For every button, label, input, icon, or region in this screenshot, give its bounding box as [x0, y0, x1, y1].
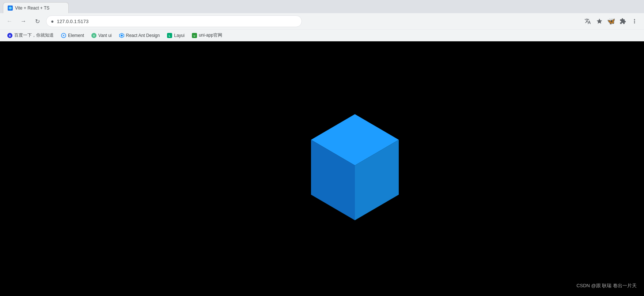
svg-text:B: B	[9, 34, 11, 37]
svg-marker-8	[121, 34, 123, 37]
bookmark-react-ant[interactable]: React Ant Design	[116, 31, 163, 40]
tab-favicon	[8, 5, 13, 11]
tab-bar: Vite + React + TS	[0, 0, 644, 13]
forward-button[interactable]: →	[18, 16, 29, 26]
bookmark-element[interactable]: Element	[58, 31, 87, 40]
cube-svg	[300, 107, 410, 231]
browser-chrome: Vite + React + TS ← → ↻ ● 127.0.0.1:5173…	[0, 0, 644, 41]
bookmark-uniapp[interactable]: U uni-app官网	[189, 31, 225, 40]
svg-marker-0	[9, 7, 12, 10]
active-tab[interactable]: Vite + React + TS	[3, 2, 69, 13]
url-bar[interactable]: ● 127.0.0.1:5173	[46, 15, 302, 27]
back-button[interactable]: ←	[4, 16, 15, 26]
cube-container	[300, 107, 410, 231]
security-icon: ●	[51, 18, 54, 24]
translate-button[interactable]	[583, 16, 593, 26]
address-bar: ← → ↻ ● 127.0.0.1:5173 🦋	[0, 13, 644, 29]
bookmark-baidu[interactable]: B 百度一下，你就知道	[4, 31, 57, 40]
extensions-button[interactable]	[618, 16, 628, 26]
bookmark-layui[interactable]: L Layui	[164, 31, 187, 40]
page-content: CSDN @跟 耿瑞 卷出一片天	[0, 41, 644, 296]
url-text: 127.0.0.1:5173	[57, 19, 297, 24]
svg-text:L: L	[169, 34, 171, 37]
menu-button[interactable]	[629, 16, 640, 26]
watermark: CSDN @跟 耿瑞 卷出一片天	[576, 282, 637, 289]
toolbar-right: 🦋	[583, 16, 640, 26]
tab-title: Vite + React + TS	[15, 5, 64, 11]
svg-point-4	[63, 35, 64, 36]
bookmark-vant[interactable]: V Vant ui	[88, 31, 114, 40]
reload-button[interactable]: ↻	[32, 16, 42, 26]
svg-text:V: V	[93, 34, 95, 37]
butterfly-button[interactable]: 🦋	[606, 16, 616, 26]
bookmarks-bar: B 百度一下，你就知道 Element V Vant ui	[0, 29, 644, 41]
svg-text:U: U	[194, 35, 195, 37]
star-button[interactable]	[594, 16, 605, 26]
